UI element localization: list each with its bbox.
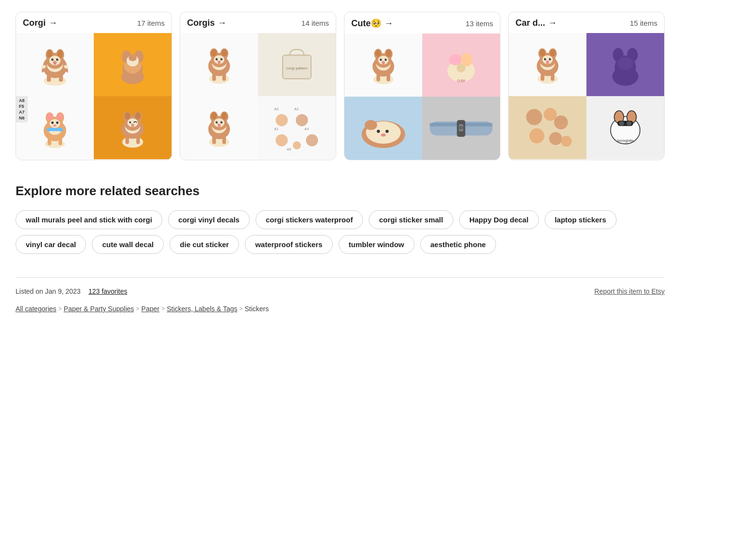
svg-point-154 [526, 109, 542, 125]
svg-point-120 [457, 64, 465, 72]
svg-point-125 [377, 130, 380, 133]
collection-image-3 [422, 97, 500, 160]
svg-point-68 [216, 58, 218, 60]
svg-text:A5: A5 [287, 147, 291, 151]
collection-image-2: A8F5A7N6 [16, 96, 94, 159]
collection-image-3 [94, 96, 172, 159]
svg-point-99 [306, 134, 318, 147]
svg-point-16 [54, 61, 56, 62]
svg-point-54 [129, 121, 131, 123]
collection-title: Corgis → [187, 18, 226, 28]
svg-point-71 [222, 58, 223, 59]
svg-point-147 [550, 58, 551, 59]
svg-point-143 [542, 55, 553, 64]
collection-image-3: Incorgnito [586, 96, 664, 159]
svg-point-85 [214, 118, 224, 127]
svg-point-90 [218, 123, 221, 125]
tag-chip-wall-murals-peel-and-stick-with-corgi[interactable]: wall murals peel and stick with corgi [16, 210, 162, 229]
collection-arrow: → [218, 18, 226, 28]
collection-title: Car d... → [515, 18, 557, 28]
explore-section: Explore more related searches wall mural… [16, 184, 665, 254]
breadcrumb-item-1[interactable]: Paper & Party Supplies [64, 305, 134, 313]
collection-grid: A8F5A7N6 [16, 33, 172, 159]
tag-chip-vinyl-car-decal[interactable]: vinyl car decal [16, 235, 86, 254]
tag-chip-corgi-stickers-waterproof[interactable]: corgi stickers waterproof [256, 210, 363, 229]
collection-card-cute[interactable]: Cute🥺 →13 items cute [344, 12, 500, 160]
svg-point-52 [135, 112, 141, 119]
breadcrumb-separator: > [161, 305, 165, 312]
footer-meta: Listed on Jan 9, 2023 123 favorites [16, 287, 127, 295]
tag-chip-die-cut-sticker[interactable]: die cut sticker [170, 235, 239, 254]
collection-grid: cute [344, 34, 500, 160]
favorites-link[interactable]: 123 favorites [88, 287, 127, 295]
collection-card-corgis[interactable]: Corgis →14 items corgi pattern [180, 12, 336, 160]
svg-point-109 [375, 50, 381, 57]
collection-title: Corgi → [23, 18, 57, 28]
svg-point-114 [381, 59, 382, 60]
report-link[interactable]: Report this item to Etsy [594, 287, 665, 295]
breadcrumb-separator: > [136, 305, 139, 312]
tag-chip-laptop-stickers[interactable]: laptop stickers [545, 210, 617, 229]
collection-card-card[interactable]: Car d... →15 items [508, 12, 665, 160]
svg-point-153 [618, 57, 633, 70]
svg-point-96 [275, 114, 288, 126]
collection-card-corgi[interactable]: Corgi →17 items [16, 12, 172, 160]
collection-image-2 [180, 96, 258, 159]
svg-text:Incorgnito: Incorgnito [617, 138, 633, 143]
svg-point-65 [211, 49, 217, 56]
svg-point-113 [385, 58, 387, 61]
tag-chip-cute-wall-decal[interactable]: cute wall decal [92, 235, 164, 254]
breadcrumb-item-2[interactable]: Paper [141, 305, 159, 313]
svg-point-132 [459, 125, 464, 130]
svg-text:A4: A4 [305, 127, 309, 131]
collection-image-3: A3 A2 A1 A4 A5 [258, 96, 336, 159]
svg-point-10 [49, 55, 60, 65]
svg-point-111 [378, 55, 389, 64]
tags-container: wall murals peel and stick with corgicor… [16, 210, 665, 254]
collection-header: Corgis →14 items [180, 12, 336, 33]
svg-point-116 [382, 61, 385, 63]
tag-chip-waterproof-stickers[interactable]: waterproof stickers [245, 235, 332, 254]
svg-text:corgi pattern: corgi pattern [286, 66, 307, 70]
collection-grid: corgi pattern A3 A2 A1 A4 [180, 33, 336, 159]
collection-arrow: → [384, 18, 393, 29]
collection-count: 14 items [301, 19, 329, 27]
svg-point-155 [544, 108, 557, 121]
tag-chip-aesthetic-phone[interactable]: aesthetic phone [420, 235, 496, 254]
collection-arrow: → [49, 18, 57, 28]
breadcrumb-item-3[interactable]: Stickers, Labels & Tags [167, 305, 237, 313]
svg-point-97 [296, 114, 308, 126]
svg-point-100 [293, 141, 301, 150]
svg-point-148 [546, 60, 550, 62]
collection-image-1: cute [422, 34, 500, 97]
breadcrumb: All categories>Paper & Party Supplies>Pa… [16, 305, 665, 313]
svg-point-12 [56, 58, 58, 61]
svg-point-141 [539, 49, 545, 56]
collection-image-0 [16, 33, 94, 96]
svg-point-98 [275, 134, 288, 147]
svg-point-67 [214, 55, 224, 64]
tag-chip-tumbler-window[interactable]: tumbler window [339, 235, 414, 254]
tag-chip-corgi-sticker-small[interactable]: corgi sticker small [369, 210, 453, 229]
svg-point-157 [529, 128, 544, 143]
collection-image-0 [509, 33, 586, 96]
collection-image-0 [180, 33, 258, 96]
collection-count: 13 items [465, 19, 493, 28]
svg-point-89 [222, 121, 223, 122]
svg-point-166 [626, 121, 632, 126]
svg-text:A2: A2 [294, 107, 299, 111]
svg-text:A3: A3 [274, 107, 278, 111]
svg-point-11 [52, 58, 54, 61]
collection-image-1 [586, 33, 664, 96]
collection-image-1: corgi pattern [258, 33, 336, 96]
svg-point-14 [57, 59, 58, 60]
tag-chip-corgi-vinyl-decals[interactable]: corgi vinyl decals [168, 210, 250, 229]
svg-point-112 [380, 58, 382, 61]
explore-title: Explore more related searches [16, 184, 665, 199]
svg-point-56 [131, 123, 135, 125]
svg-point-69 [221, 58, 223, 60]
svg-point-38 [56, 121, 58, 124]
breadcrumb-item-0[interactable]: All categories [16, 305, 56, 313]
tag-chip-happy-dog-decal[interactable]: Happy Dog decal [459, 210, 539, 229]
svg-point-144 [544, 58, 547, 60]
